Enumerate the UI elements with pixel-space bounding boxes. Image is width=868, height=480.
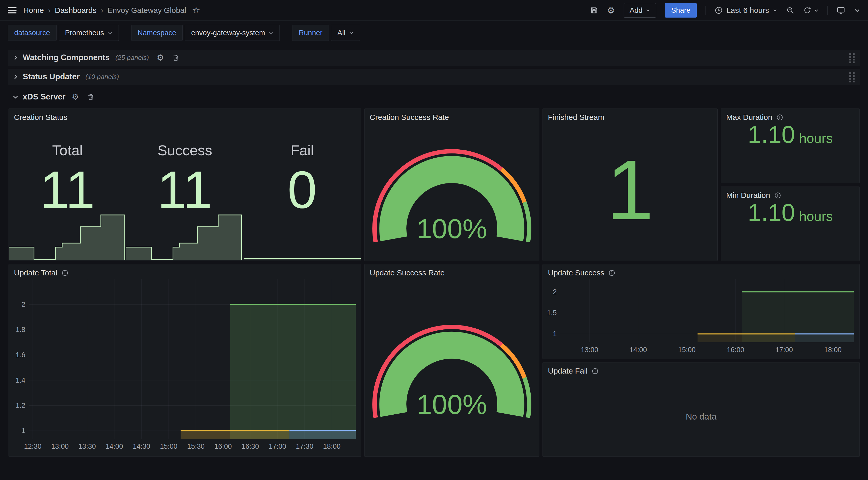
variable-namespace-label[interactable]: Namespace <box>131 25 183 41</box>
refresh-icon[interactable] <box>803 6 819 14</box>
svg-text:14:00: 14:00 <box>629 346 647 354</box>
sparkline-fail <box>244 214 361 260</box>
svg-text:15:00: 15:00 <box>678 346 696 354</box>
panel-title[interactable]: Creation Status <box>14 112 67 122</box>
gauge-update-success-rate[interactable]: 100% <box>370 279 534 453</box>
add-button-label: Add <box>629 6 643 14</box>
stat-value: 11 <box>40 166 95 214</box>
svg-text:1.2: 1.2 <box>16 402 25 410</box>
row-title[interactable]: Status Updater <box>23 72 80 81</box>
dashboard-settings-icon[interactable]: ⚙ <box>607 6 615 15</box>
variable-datasource-label[interactable]: datasource <box>8 25 57 41</box>
panel-creation-status: Creation Status Total 11 Success 11 Fail… <box>8 109 361 261</box>
chevron-down-icon[interactable] <box>12 94 19 100</box>
no-data-message: No data <box>543 377 860 456</box>
breadcrumb-home[interactable]: Home <box>23 6 44 15</box>
row-settings-icon[interactable]: ⚙ <box>157 54 164 62</box>
info-icon[interactable] <box>592 368 598 374</box>
chevron-down-icon <box>269 30 273 35</box>
chevron-right-icon[interactable] <box>12 73 19 80</box>
panel-title[interactable]: Update Fail <box>548 366 598 376</box>
sparkline-total <box>9 214 126 260</box>
row-watching-components[interactable]: Watching Components (25 panels) ⚙ <box>8 50 860 66</box>
nav-right: ⚙ Add Share Last 6 hours <box>590 3 860 18</box>
sparkline-success <box>126 214 243 260</box>
row-status-updater[interactable]: Status Updater (10 panels) <box>8 69 860 85</box>
row-drag-handle[interactable] <box>848 52 856 63</box>
menu-icon[interactable] <box>8 7 17 13</box>
variable-datasource-value[interactable]: Prometheus <box>59 25 119 41</box>
stat-min-duration: 1.10 hours <box>721 199 860 261</box>
svg-text:16:00: 16:00 <box>214 443 232 450</box>
svg-text:13:30: 13:30 <box>78 443 96 450</box>
variable-runner-value[interactable]: All <box>331 25 360 41</box>
info-icon[interactable] <box>609 269 615 276</box>
panel-update-success: Update Success 13:0014:0015:0016:0017:00… <box>542 264 860 359</box>
stat-max-duration: 1.10 hours <box>721 121 860 183</box>
chevron-right-icon[interactable] <box>12 55 19 61</box>
svg-text:1: 1 <box>553 330 557 338</box>
gauge-creation-success-rate[interactable]: 100% <box>370 124 534 257</box>
variables-bar: datasource Prometheus Namespace envoy-ga… <box>8 25 360 41</box>
add-button[interactable]: Add <box>624 3 656 18</box>
panel-title[interactable]: Max Duration <box>726 112 783 122</box>
variable-namespace-value[interactable]: envoy-gateway-system <box>185 25 280 41</box>
variable-runner: Runner All <box>292 25 360 41</box>
svg-text:15:30: 15:30 <box>187 443 205 450</box>
panel-title[interactable]: Creation Success Rate <box>370 112 449 122</box>
panel-title[interactable]: Update Success <box>548 268 615 278</box>
svg-text:1.6: 1.6 <box>16 351 25 359</box>
row-title[interactable]: Watching Components <box>23 53 110 62</box>
chevron-down-icon <box>349 30 354 35</box>
star-icon[interactable]: ☆ <box>192 6 200 15</box>
svg-text:1: 1 <box>22 427 25 434</box>
trash-icon[interactable] <box>172 54 180 61</box>
nav-more-chevron-icon[interactable] <box>854 7 860 13</box>
svg-text:18:00: 18:00 <box>824 346 842 354</box>
panel-update-total: Update Total 12:3013:0013:3014:0014:3015… <box>8 264 361 457</box>
timeseries-update-total[interactable]: 12:3013:0013:3014:0014:3015:0015:3016:00… <box>12 276 358 454</box>
stat-value: 1.10 <box>748 121 795 149</box>
svg-text:16:00: 16:00 <box>727 346 744 354</box>
panel-max-duration: Max Duration 1.10 hours <box>721 109 860 183</box>
row-settings-icon[interactable]: ⚙ <box>71 93 79 101</box>
row-drag-handle[interactable] <box>848 71 856 82</box>
zoom-out-icon[interactable] <box>786 6 795 14</box>
trash-icon[interactable] <box>87 93 95 101</box>
svg-text:1.4: 1.4 <box>16 377 25 384</box>
panel-title[interactable]: Finished Stream <box>548 112 604 122</box>
panel-title[interactable]: Update Success Rate <box>370 268 444 278</box>
breadcrumb-dashboard-title: Envoy Gateway Global <box>107 6 186 15</box>
svg-text:1.8: 1.8 <box>16 326 25 333</box>
svg-text:2: 2 <box>553 288 557 296</box>
row-title[interactable]: xDS Server <box>23 92 65 101</box>
panel-title[interactable]: Update Total <box>14 268 68 278</box>
info-icon[interactable] <box>61 269 68 276</box>
panel-min-duration: Min Duration 1.10 hours <box>721 186 860 261</box>
row-xds-server[interactable]: xDS Server ⚙ <box>8 89 860 105</box>
variable-namespace: Namespace envoy-gateway-system <box>131 25 280 41</box>
timeseries-update-success[interactable]: 13:0014:0015:0016:0017:0018:0011.52 <box>546 276 857 357</box>
variable-datasource: datasource Prometheus <box>8 25 119 41</box>
stat-label: Total <box>52 142 83 159</box>
clock-icon <box>715 6 723 14</box>
breadcrumb-separator: › <box>101 6 103 15</box>
share-button[interactable]: Share <box>665 3 697 18</box>
panel-title[interactable]: Min Duration <box>726 190 781 200</box>
info-icon[interactable] <box>774 192 781 199</box>
divider <box>706 6 706 15</box>
svg-text:14:00: 14:00 <box>106 443 123 450</box>
stat-value: 1 <box>606 141 654 239</box>
variable-runner-label[interactable]: Runner <box>292 25 329 41</box>
svg-text:100%: 100% <box>417 213 487 244</box>
info-icon[interactable] <box>776 114 783 121</box>
stat-unit: hours <box>799 208 833 224</box>
svg-text:17:30: 17:30 <box>296 443 313 450</box>
stat-value: 1.10 <box>748 199 795 227</box>
time-range-picker[interactable]: Last 6 hours <box>715 6 777 15</box>
tv-kiosk-icon[interactable] <box>836 6 845 15</box>
breadcrumb-dashboards[interactable]: Dashboards <box>55 6 97 15</box>
panel-finished-stream: Finished Stream 1 <box>542 109 718 261</box>
save-icon[interactable] <box>590 6 598 14</box>
svg-text:1.5: 1.5 <box>547 309 557 317</box>
